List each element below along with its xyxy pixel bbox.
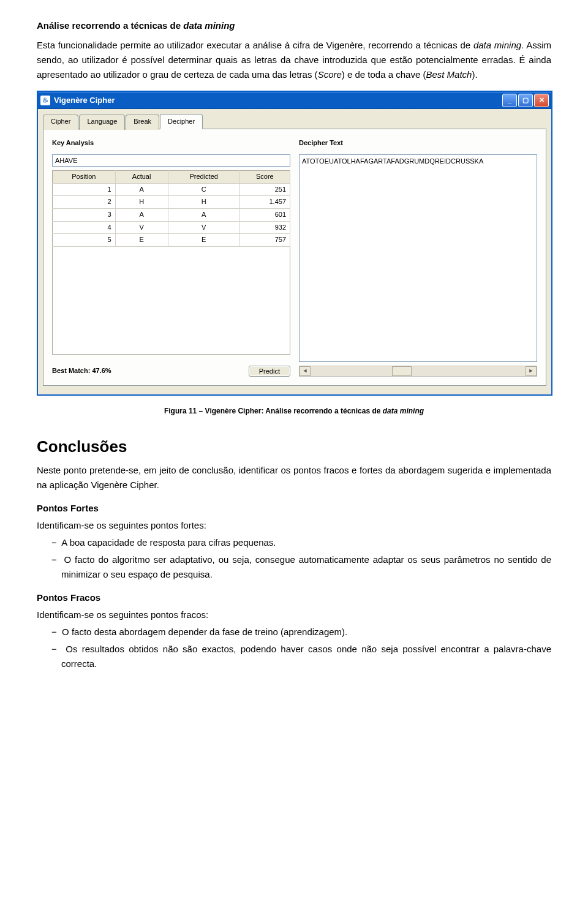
window-body: Cipher Language Break Decipher Key Analy…	[38, 109, 551, 394]
bottom-row: Best Match: 47.6% Predict	[52, 366, 290, 377]
tab-break[interactable]: Break	[126, 115, 159, 130]
app-window: ♨ Vigenère Cipher _ ▢ ✕ Cipher Language …	[37, 91, 552, 396]
p1-d: ) e de toda a chave (	[342, 69, 426, 80]
fortes-list: A boa capacidade de resposta para cifras…	[37, 535, 551, 582]
cell-pred: E	[168, 234, 239, 247]
p1-f: ).	[472, 69, 477, 80]
tab-panel-decipher: Key Analysis Position Actual Predicted S…	[43, 129, 546, 386]
heading-conclusions: Conclusões	[37, 434, 551, 460]
list-item: A boa capacidade de resposta para cifras…	[51, 535, 551, 550]
cell-score: 1.457	[239, 196, 290, 209]
fortes-intro: Identificam-se os seguintes pontos forte…	[37, 518, 551, 533]
decipher-text-area[interactable]: ATOTOEUATOLHAFAGARTAFADGRUMDQREIDCRUSSKA	[299, 154, 537, 361]
col-position[interactable]: Position	[53, 171, 116, 184]
col-actual[interactable]: Actual	[115, 171, 168, 184]
table-row[interactable]: 4 V V 932	[53, 221, 290, 234]
table-row[interactable]: 3 A A 601	[53, 208, 290, 221]
paragraph-conclusions: Neste ponto pretende-se, em jeito de con…	[37, 463, 551, 492]
fracos-intro: Identificam-se os seguintes pontos fraco…	[37, 608, 551, 622]
key-analysis-label: Key Analysis	[52, 138, 290, 149]
tab-language[interactable]: Language	[79, 115, 125, 130]
cell-score: 251	[239, 183, 290, 196]
p1-a: Esta funcionalidade permite ao utilizado…	[37, 40, 473, 50]
figure-caption: Figura 11 – Vigenère Cipher: Análise rec…	[37, 405, 551, 417]
tab-cipher[interactable]: Cipher	[43, 115, 78, 130]
heading-fracos: Pontos Fracos	[37, 590, 551, 605]
fracos-list: O facto desta abordagem depender da fase…	[37, 625, 551, 671]
table-row[interactable]: 2 H H 1.457	[53, 196, 290, 209]
col-score[interactable]: Score	[239, 171, 290, 184]
cell-pred: V	[168, 221, 239, 234]
tab-decipher[interactable]: Decipher	[160, 114, 203, 129]
java-icon: ♨	[40, 96, 50, 105]
best-match-label: Best Match: 47.6%	[52, 366, 243, 377]
heading-text: Análise recorrendo a técnicas de	[37, 20, 183, 31]
cell-pred: C	[168, 183, 239, 196]
heading-fortes: Pontos Fortes	[37, 501, 551, 516]
heading-analysis: Análise recorrendo a técnicas de data mi…	[37, 18, 551, 33]
list-item: Os resultados obtidos não são exactos, p…	[51, 642, 551, 671]
scroll-right-icon[interactable]: ►	[526, 366, 537, 376]
p1-em1: data mining	[473, 40, 521, 50]
close-button[interactable]: ✕	[534, 94, 549, 107]
table-row[interactable]: 5 E E 757	[53, 234, 290, 247]
key-input[interactable]	[52, 154, 290, 167]
col-predicted[interactable]: Predicted	[168, 171, 239, 184]
titlebar[interactable]: ♨ Vigenère Cipher _ ▢ ✕	[38, 92, 551, 109]
cell-pos: 5	[53, 234, 116, 247]
list-item: O facto do algoritmo ser adaptativo, ou …	[51, 552, 551, 582]
cell-score: 757	[239, 234, 290, 247]
cell-pos: 2	[53, 196, 116, 209]
cell-pos: 3	[53, 208, 116, 221]
cell-actual: H	[115, 196, 168, 209]
cell-score: 932	[239, 221, 290, 234]
p1-em2: Score	[318, 69, 342, 80]
predict-button[interactable]: Predict	[249, 366, 290, 377]
caption-em: data mining	[383, 407, 424, 415]
paragraph-1: Esta funcionalidade permite ao utilizado…	[37, 38, 551, 82]
list-item: O facto desta abordagem depender da fase…	[51, 625, 551, 639]
maximize-button[interactable]: ▢	[518, 94, 533, 107]
horizontal-scrollbar[interactable]: ◄ ►	[299, 366, 537, 377]
heading-em: data mining	[183, 20, 235, 31]
cell-actual: A	[115, 183, 168, 196]
scroll-left-icon[interactable]: ◄	[300, 366, 311, 376]
cell-pos: 1	[53, 183, 116, 196]
cell-score: 601	[239, 208, 290, 221]
cell-actual: V	[115, 221, 168, 234]
decipher-text-label: Decipher Text	[299, 138, 537, 149]
cell-pred: H	[168, 196, 239, 209]
key-analysis-panel: Key Analysis Position Actual Predicted S…	[52, 138, 290, 377]
window-title: Vigenère Cipher	[54, 94, 115, 107]
cell-actual: A	[115, 208, 168, 221]
p1-em3: Best Match	[426, 69, 472, 80]
scroll-track[interactable]	[311, 366, 526, 376]
cell-actual: E	[115, 234, 168, 247]
table-empty-area	[52, 247, 290, 355]
key-analysis-table: Position Actual Predicted Score 1 A C 25…	[52, 170, 290, 247]
table-row[interactable]: 1 A C 251	[53, 183, 290, 196]
cell-pos: 4	[53, 221, 116, 234]
caption-text: Figura 11 – Vigenère Cipher: Análise rec…	[164, 407, 383, 415]
tab-bar: Cipher Language Break Decipher	[43, 114, 546, 129]
minimize-button[interactable]: _	[502, 94, 517, 107]
decipher-text-panel: Decipher Text ATOTOEUATOLHAFAGARTAFADGRU…	[299, 138, 537, 377]
cell-pred: A	[168, 208, 239, 221]
scroll-thumb[interactable]	[392, 366, 412, 376]
